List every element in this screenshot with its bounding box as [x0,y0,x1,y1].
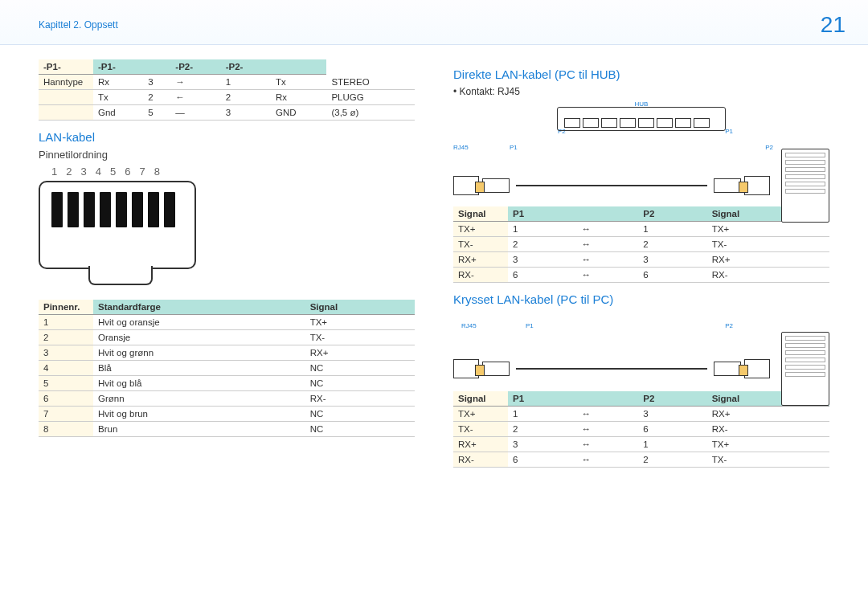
table-cell: 3 [638,407,706,422]
t1-h5 [271,59,326,75]
table-cell: NC [305,407,415,422]
table-cell: TX- [305,330,415,345]
chapter-label: Kapittel 2. Oppsett [39,19,118,31]
table-cell: ↔ [576,237,638,252]
pin-number: 4 [96,166,102,178]
table-cell: 3 [508,437,576,452]
table-cell: ↔ [576,452,638,468]
cable-plug-icon [482,178,510,193]
table-cell: TX+ [453,222,508,237]
table-cell: Blå [93,361,305,376]
table-cell: ↔ [576,222,638,237]
table-cell: Hanntype [39,75,93,90]
table-cell: ↔ [576,422,638,437]
table-cell [39,105,93,121]
t1-h1: -P1- [93,59,143,75]
table-cell: 1 [39,315,93,330]
cross-lan-heading: Krysset LAN-kabel (PC til PC) [453,292,829,306]
table-cell: ← [170,90,220,105]
table-cell: NC [305,376,415,391]
table-cell [39,90,93,105]
pin-number: 6 [125,166,131,178]
table-cell: TX- [453,422,508,437]
cable-plug-icon [482,362,510,376]
table-cell: STEREO [326,75,415,90]
table-cell: 2 [221,90,271,105]
rj45-connector-icon [39,181,196,269]
table-cell: 7 [39,407,93,422]
table-cell: 6 [508,452,576,468]
right-column: Direkte LAN-kabel (PC til HUB) Kontakt: … [453,59,829,477]
table-cell: 3 [638,252,706,268]
pc-tower-icon [781,332,829,406]
table-cell: RX+ [453,437,508,452]
pin-color-table: Pinnenr. Standardfarge Signal 1Hvit og o… [39,300,415,437]
table-cell: 6 [508,268,576,283]
hub-icon [557,107,726,131]
table-cell: Tx [271,75,326,90]
table-cell: Gnd [93,105,143,121]
table-cell: 3 [221,105,271,121]
direct-lan-heading: Direkte LAN-kabel (PC til HUB) [453,67,829,81]
table-cell: TX+ [707,437,829,452]
table-cell: Rx [93,75,143,90]
t2-h0: Pinnenr. [39,300,93,315]
table-cell: RX- [453,452,508,468]
table-cell: NC [305,361,415,376]
pin-number: 5 [110,166,117,178]
table-cell: TX+ [707,222,829,237]
table-cell: ↔ [576,407,638,422]
table-cell: 1 [508,407,576,422]
table-cell: 3 [508,252,576,268]
table-cell: 3 [143,75,170,90]
table-cell: TX+ [453,407,508,422]
direct-lan-diagram: HUB RJ45 P1 P2 P1 P2 [453,102,829,198]
t1-h0: -P1- [39,59,93,75]
pin-number: 3 [80,166,87,178]
table-cell: 5 [143,105,170,121]
page-number: 21 [821,12,845,38]
table-cell: 1 [221,75,271,90]
table-cell: 2 [508,422,576,437]
pinnetilordning-label: Pinnetilordning [39,149,415,161]
cable-plug-icon [714,178,741,193]
table-cell: 2 [638,452,706,468]
table-cell: TX- [707,237,829,252]
table-cell: Hvit og grønn [93,345,305,361]
table-cell: 2 [638,237,706,252]
table-cell: TX- [707,452,829,468]
pc-tower-icon [781,149,829,223]
left-column: -P1- -P1- -P2- -P2- HanntypeRx3→1TxSTERE… [39,59,415,477]
pin-number: 8 [154,166,161,178]
t2-h1: Standardfarge [93,300,305,315]
table-cell: Brun [93,422,305,437]
table-cell: RX+ [707,252,829,268]
table-cell: RX- [707,422,829,437]
content: -P1- -P1- -P2- -P2- HanntypeRx3→1TxSTERE… [0,45,868,477]
lan-kabel-heading: LAN-kabel [39,130,415,144]
table-cell: 6 [638,422,706,437]
table-cell: Hvit og blå [93,376,305,391]
table-cell: 2 [143,90,170,105]
table-cell: 8 [39,422,93,437]
table-cell: — [170,105,220,121]
table-cell: RX- [305,391,415,407]
pin-number: 7 [139,166,145,178]
table-cell: 6 [638,268,706,283]
table-cell: GND [271,105,326,121]
table-cell: ↔ [576,437,638,452]
cable-plug-icon [714,362,741,376]
rj45-pin-diagram: 12345678 [39,166,207,269]
table-cell: 1 [638,437,706,452]
cross-lan-diagram: RJ45 P1 P2 [453,311,829,383]
t2-h2: Signal [305,300,415,315]
stereo-pin-table: -P1- -P1- -P2- -P2- HanntypeRx3→1TxSTERE… [39,59,415,121]
t1-h4: -P2- [221,59,271,75]
pin-numbers: 12345678 [39,166,207,178]
table-cell: 5 [39,376,93,391]
p1-label-r: P1 [725,128,733,135]
table-cell: 3 [39,345,93,361]
table-cell: Hvit og brun [93,407,305,422]
table-cell: Grønn [93,391,305,407]
table-cell: ↔ [576,268,638,283]
